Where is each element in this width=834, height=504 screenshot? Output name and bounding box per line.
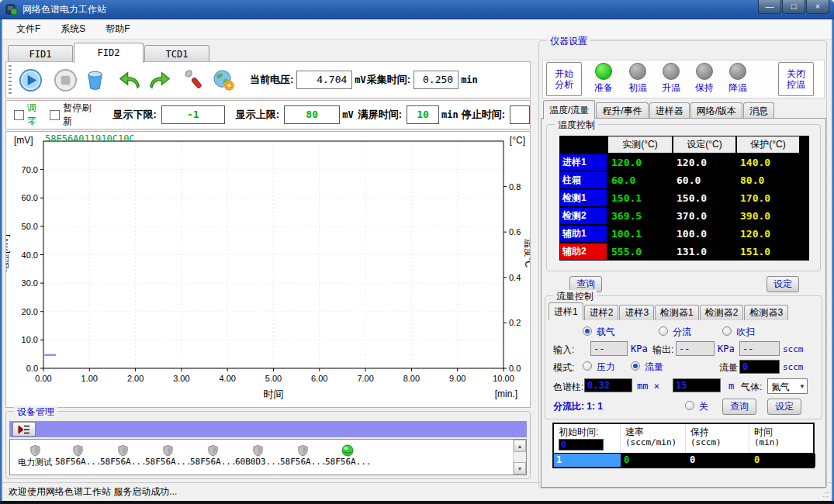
flow-tab-injector2[interactable]: 进样2: [584, 305, 619, 320]
flow-tab-detector1[interactable]: 检测器1: [655, 305, 699, 320]
undo-arrow-icon[interactable]: [115, 65, 144, 95]
lower-limit-input[interactable]: -1: [161, 105, 225, 124]
column-length-field[interactable]: 15: [673, 378, 721, 392]
temp-row-aux2[interactable]: 辅助2 555.0 131.0 151.0: [560, 243, 795, 260]
chart-panel: 0.010.020.030.040.050.060.070.00.00.20.4…: [5, 131, 531, 408]
resize-grip[interactable]: .::: [822, 490, 829, 499]
status-light-cooling: 降温: [721, 63, 755, 95]
ramp-table-row[interactable]: 1 0 0 0: [554, 454, 813, 467]
cooling-light-icon: [729, 63, 746, 80]
chart-y-axis-label-left: 电压[mV]: [5, 234, 12, 272]
clear-bucket-icon[interactable]: [80, 65, 109, 95]
fullscreen-time-label: 满屏时间:: [358, 108, 402, 122]
stop-icon[interactable]: [50, 65, 80, 95]
temp-header-set: 设定(°C): [673, 136, 735, 153]
flow-tab-injector3[interactable]: 进样3: [619, 305, 654, 320]
temp-row-aux1[interactable]: 辅助1 100.1 100.0 120.0: [560, 226, 795, 242]
temperature-table: 实测(°C) 设定(°C) 保护(°C) 进样1 120.0 120.0 140…: [559, 136, 809, 261]
flow-set-button[interactable]: 设定: [767, 399, 801, 415]
flow-tab-detector2[interactable]: 检测器2: [700, 305, 744, 320]
app-icon: [5, 3, 18, 16]
redo-arrow-icon[interactable]: [144, 65, 174, 95]
upper-limit-input[interactable]: 80: [284, 105, 340, 124]
carrier-gas-radio[interactable]: [583, 326, 592, 336]
device-item[interactable]: 58F56A...: [145, 443, 190, 473]
flow-tab-injector1[interactable]: 进样1: [549, 302, 583, 320]
play-icon[interactable]: [16, 65, 45, 95]
fullscreen-time-input[interactable]: 10: [407, 105, 439, 124]
chart-x-axis-unit: [min.]: [495, 388, 517, 399]
tab-fid1[interactable]: FID1: [8, 45, 73, 63]
menu-help[interactable]: 帮助F: [106, 22, 130, 36]
stop-time-input[interactable]: [510, 105, 530, 124]
temp-row-oven[interactable]: 柱箱 60.0 60.0 80.0: [560, 172, 795, 188]
toolbar-separator: [176, 65, 177, 95]
device-item[interactable]: 58F56A...: [280, 443, 325, 473]
temperature-control-group: 温度控制 实测(°C) 设定(°C) 保护(°C) 进样1 120.0 120.…: [546, 124, 821, 271]
column-diameter-field[interactable]: 0.32: [584, 378, 632, 392]
output-pressure-label: 输出:: [652, 343, 673, 357]
purge-label: 吹扫: [736, 326, 755, 339]
flow-query-button[interactable]: 查询: [722, 399, 756, 415]
flow-setpoint-unit: sccm: [783, 362, 804, 372]
minimize-button[interactable]: —: [758, 0, 781, 14]
tab-program-events[interactable]: 程升/事件: [596, 102, 648, 119]
start-analysis-button[interactable]: 开始分析: [546, 62, 582, 96]
svg-text:1.00: 1.00: [81, 374, 98, 383]
scroll-up-icon[interactable]: ▲: [514, 440, 526, 452]
wrench-tools-icon[interactable]: [179, 65, 209, 95]
main-toolbar: 当前电压: 4.704 mV 采集时间: 0.250 min: [5, 61, 531, 98]
online-globe-icon: [325, 443, 370, 457]
split-radio[interactable]: [659, 326, 668, 336]
globe-gear-icon[interactable]: [209, 65, 238, 95]
app-window: 网络色谱电力工作站 — □ × 文件F 系统S 帮助F FID1 FID2 TC…: [0, 0, 834, 504]
device-item[interactable]: 电力测试: [15, 443, 55, 473]
toolbar-grip[interactable]: [9, 65, 12, 95]
chart-left-unit: [mV]: [14, 135, 33, 146]
voltage-label: 当前电压:: [250, 73, 293, 87]
voltage-unit: mV: [355, 74, 365, 85]
tab-tcd1[interactable]: TCD1: [144, 45, 209, 63]
device-list-toggle-button[interactable]: [12, 422, 36, 437]
title-bar[interactable]: 网络色谱电力工作站 — □ ×: [0, 0, 834, 19]
temp-set-button[interactable]: 设定: [767, 276, 799, 292]
device-item[interactable]: 58F56A...: [190, 443, 235, 473]
chart-title: 58F56A011910C10C: [45, 133, 135, 144]
tab-network-version[interactable]: 网络/版本: [690, 102, 742, 119]
pause-refresh-checkbox[interactable]: [50, 110, 60, 120]
flow-setpoint-field[interactable]: 0: [739, 360, 780, 374]
svg-text:0.8: 0.8: [509, 182, 521, 192]
tab-injector[interactable]: 进样器: [649, 102, 690, 119]
input-pressure-field[interactable]: --: [590, 341, 628, 356]
purge-radio[interactable]: [722, 326, 732, 336]
menu-system[interactable]: 系统S: [61, 22, 85, 36]
close-button[interactable]: ×: [806, 0, 829, 14]
temp-row-injector1[interactable]: 进样1 120.0 120.0 140.0: [560, 154, 795, 171]
pressure-mode-radio[interactable]: [583, 361, 592, 371]
tab-temp-flow[interactable]: 温度/流量: [543, 100, 595, 119]
flow-mode-radio[interactable]: [631, 361, 640, 371]
device-item-online[interactable]: 58F56A...: [325, 443, 370, 473]
zero-checkbox[interactable]: [14, 110, 24, 120]
temp-row-detector2[interactable]: 检测2 369.5 370.0 390.0: [560, 208, 795, 224]
initial-time-field[interactable]: 0: [559, 439, 604, 450]
chart-svg: 0.010.020.030.040.050.060.070.00.00.20.4…: [6, 132, 531, 386]
device-item[interactable]: 60B0D3...: [235, 443, 280, 473]
flow-tab-detector3[interactable]: 检测器3: [744, 305, 788, 320]
tab-messages[interactable]: 消息: [743, 102, 774, 119]
device-item[interactable]: 58F56A...: [100, 443, 145, 473]
total-flow-field[interactable]: --: [739, 341, 780, 356]
maximize-button[interactable]: □: [782, 0, 805, 14]
temp-row-detector1[interactable]: 检测1 150.1 150.0 170.0: [560, 190, 795, 206]
device-list-scrollbar[interactable]: ▲ ▼: [513, 440, 526, 475]
device-item[interactable]: 58F56A...: [55, 443, 100, 473]
menu-file[interactable]: 文件F: [16, 22, 40, 36]
close-temp-control-button[interactable]: 关闭控温: [778, 62, 814, 96]
detector-tabs: FID1 FID2 TCD1: [8, 43, 210, 63]
device-icon: [190, 443, 235, 457]
split-off-radio[interactable]: [685, 401, 694, 410]
output-pressure-field[interactable]: --: [676, 341, 715, 356]
scroll-down-icon[interactable]: ▼: [514, 462, 526, 475]
gas-dropdown[interactable]: 氮气 ▼: [767, 378, 808, 394]
tab-fid2[interactable]: FID2: [74, 43, 144, 63]
